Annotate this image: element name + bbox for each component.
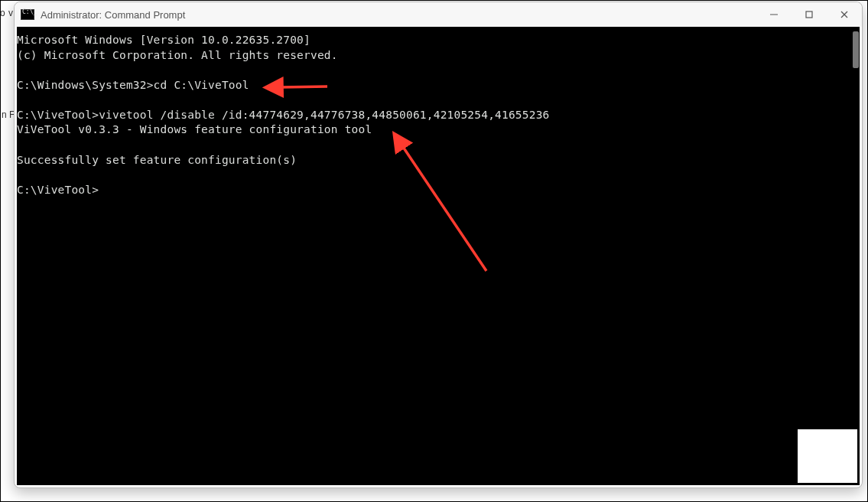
terminal-line: C:\Windows\System32>cd C:\ViveTool (17, 78, 858, 93)
minimize-button[interactable] (756, 2, 792, 27)
close-button[interactable] (827, 2, 862, 27)
terminal-line: C:\ViveTool>vivetool /disable /id:447746… (17, 108, 858, 123)
terminal-line: ViVeTool v0.3.3 - Windows feature config… (17, 122, 858, 138)
maximize-button[interactable] (792, 2, 827, 27)
window-title: Administrator: Command Prompt (41, 9, 185, 21)
titlebar[interactable]: Administrator: Command Prompt (15, 2, 862, 27)
terminal-line: C:\ViveTool> (17, 183, 858, 198)
terminal-line (17, 63, 858, 78)
terminal-line: Microsoft Windows [Version 10.0.22635.27… (17, 33, 858, 48)
scrollbar-thumb[interactable] (853, 31, 859, 68)
cmd-icon (21, 9, 34, 20)
terminal-line: Successfully set feature configuration(s… (17, 153, 858, 168)
terminal-line (17, 93, 858, 108)
terminal-line: (c) Microsoft Corporation. All rights re… (17, 48, 858, 64)
background-window-snippet-mid: n F (2, 109, 15, 120)
window-controls-group (756, 2, 862, 27)
terminal-line (17, 168, 858, 183)
scrollbar-track[interactable] (850, 27, 860, 485)
terminal-line (17, 138, 858, 153)
svg-rect-1 (806, 11, 812, 18)
background-window-snippet-top: o v (0, 8, 14, 18)
terminal-output[interactable]: Microsoft Windows [Version 10.0.22635.27… (17, 27, 860, 485)
command-prompt-window: Administrator: Command Prompt Microsoft … (14, 2, 863, 488)
overlay-block (798, 429, 857, 483)
